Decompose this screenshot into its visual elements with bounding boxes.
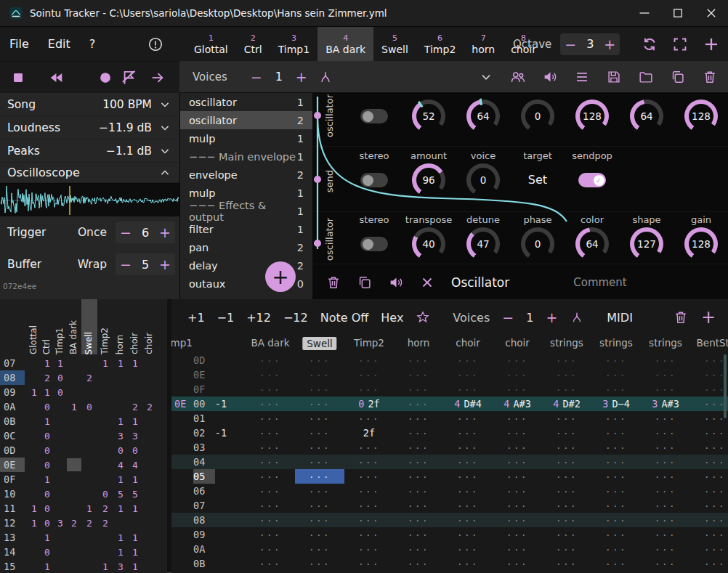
stop-button[interactable] — [10, 70, 26, 86]
pattern-cell[interactable]: ··· — [394, 397, 443, 411]
pattern-cell[interactable]: ··· — [493, 411, 542, 426]
tab-swell[interactable]: 5Swell — [373, 27, 416, 61]
pattern-cell[interactable]: ··· — [641, 498, 690, 513]
pattern-cell[interactable]: ··· — [591, 382, 641, 397]
add-unit-button[interactable]: + — [265, 261, 296, 292]
pattern-column-header-0[interactable]: Timp1 — [171, 337, 193, 349]
pattern-cell[interactable]: ··· — [542, 440, 591, 455]
pattern-cell[interactable]: ··· — [344, 367, 394, 382]
pattern-cell[interactable]: ··· — [690, 527, 728, 542]
pattern-cell[interactable]: ··· — [295, 455, 344, 469]
pattern-cell[interactable]: ··· — [443, 498, 493, 513]
pattern-cell[interactable]: ··· — [344, 353, 394, 367]
order-cell[interactable]: 2 — [81, 516, 97, 529]
record-loop-button[interactable] — [119, 68, 138, 87]
pattern-cell[interactable]: ··· — [344, 411, 394, 426]
unit-item-oscillator[interactable]: oscillator1 — [180, 93, 312, 111]
pattern-cell[interactable]: ··· — [443, 382, 493, 397]
order-cell[interactable]: 1 — [128, 473, 142, 486]
pattern-cell[interactable]: ··· — [641, 484, 690, 498]
transpose-up-1-button[interactable]: +1 — [187, 311, 205, 325]
clear-unit-button[interactable] — [419, 275, 435, 290]
pattern-cell[interactable]: ··· — [591, 527, 641, 542]
pattern-cell[interactable]: ··· — [344, 498, 394, 513]
order-cell[interactable]: 2 — [97, 502, 113, 515]
pattern-cell[interactable]: ··· — [344, 484, 394, 498]
pattern-cell[interactable]: ··· — [542, 513, 591, 527]
order-cell[interactable]: 1 — [41, 386, 54, 399]
order-cell[interactable]: 0 — [113, 444, 128, 457]
pattern-cell[interactable]: ··· — [493, 367, 542, 382]
order-cell[interactable]: 0 — [54, 386, 67, 399]
stereo-toggle[interactable] — [360, 173, 388, 187]
pattern-cell[interactable]: ··· — [690, 455, 728, 469]
order-cell[interactable]: 1 — [113, 357, 128, 370]
order-cell[interactable] — [67, 458, 81, 471]
unit-item-pan[interactable]: pan2 — [180, 238, 312, 256]
order-cell[interactable]: 1 — [113, 415, 128, 428]
order-cell[interactable]: 3 — [113, 429, 128, 442]
copy-icon[interactable] — [670, 69, 686, 85]
pattern-cell[interactable]: ··· — [394, 498, 443, 513]
pattern-cell[interactable]: ··· — [591, 513, 641, 527]
pattern-cell[interactable]: 4A#3 — [493, 397, 542, 411]
pattern-cell[interactable]: ··· — [246, 367, 295, 382]
pattern-cell[interactable]: ··· — [295, 367, 344, 382]
chevron-down-icon[interactable] — [158, 121, 172, 135]
order-cell[interactable]: 1 — [41, 531, 54, 544]
pattern-cell[interactable]: ··· — [591, 353, 641, 367]
pattern-cell[interactable]: ··· — [246, 426, 295, 440]
order-cell[interactable]: 0 — [41, 429, 54, 442]
tab-horn[interactable]: 7horn — [464, 27, 503, 61]
pattern-cell[interactable]: ··· — [443, 556, 493, 571]
pattern-cell[interactable]: ··· — [246, 527, 295, 542]
comment-input[interactable]: Comment — [573, 276, 627, 289]
unit-item-oscillator[interactable]: oscillator2 — [180, 111, 312, 129]
pattern-cell[interactable]: ··· — [295, 498, 344, 513]
knob-param-2[interactable]: 64 — [466, 99, 500, 133]
pattern-cell[interactable]: ··· — [542, 367, 591, 382]
pattern-cell[interactable]: ··· — [443, 426, 493, 440]
pattern-cell[interactable]: ··· — [295, 440, 344, 455]
order-cell[interactable]: 1 — [97, 357, 113, 370]
tab-timp2[interactable]: 6Timp2 — [416, 27, 464, 61]
pattern-cell[interactable]: ··· — [246, 542, 295, 556]
order-cell[interactable]: 3 — [128, 429, 142, 442]
song-row[interactable]: Song 100 BPM — [0, 93, 179, 116]
pattern-cell[interactable]: ··· — [493, 527, 542, 542]
pattern-cell[interactable]: ··· — [344, 469, 394, 484]
maximize-button[interactable] — [661, 0, 695, 26]
tab-ba-dark[interactable]: 4BA dark — [318, 27, 373, 61]
knob-shape[interactable]: 127 — [630, 227, 663, 261]
pattern-cursor[interactable]: ··· — [295, 469, 344, 484]
pattern-cell[interactable]: ··· — [641, 527, 690, 542]
order-cell[interactable]: 1 — [128, 531, 142, 544]
order-cell[interactable]: 2 — [142, 400, 157, 413]
pattern-cell[interactable]: ··· — [591, 469, 641, 484]
pattern-cell[interactable]: ··· — [591, 484, 641, 498]
pattern-cell[interactable]: ··· — [542, 455, 591, 469]
trigger-mode[interactable]: Once — [78, 226, 107, 239]
pattern-cell[interactable]: ··· — [591, 542, 641, 556]
pattern-cell[interactable]: ··· — [394, 367, 443, 382]
pattern-cell[interactable]: ··· — [246, 382, 295, 397]
order-cell[interactable]: 1 — [113, 545, 128, 558]
unit-item--effects-output[interactable]: −−− Effects & output1 — [180, 202, 312, 220]
pattern-cell[interactable]: ··· — [641, 542, 690, 556]
order-cell[interactable]: 3 — [54, 516, 67, 529]
pattern-cell[interactable]: ··· — [443, 440, 493, 455]
pattern-cell[interactable]: ··· — [295, 527, 344, 542]
pattern-cell[interactable]: ··· — [246, 484, 295, 498]
order-cell[interactable]: 1 — [81, 502, 97, 515]
copy-unit-button[interactable] — [357, 275, 373, 290]
pattern-cell[interactable]: ··· — [591, 411, 641, 426]
pattern-cell[interactable]: ··· — [295, 411, 344, 426]
pattern-cell[interactable]: ··· — [690, 353, 728, 367]
pattern-cell[interactable]: ··· — [295, 353, 344, 367]
menu-help[interactable]: ? — [80, 37, 105, 51]
pattern-cell[interactable]: ··· — [542, 498, 591, 513]
order-cell[interactable]: 1 — [67, 400, 81, 413]
order-cell[interactable]: 5 — [113, 487, 128, 500]
tab-glottal[interactable]: 1Glottal — [186, 27, 236, 61]
pattern-cell[interactable]: ··· — [591, 440, 641, 455]
